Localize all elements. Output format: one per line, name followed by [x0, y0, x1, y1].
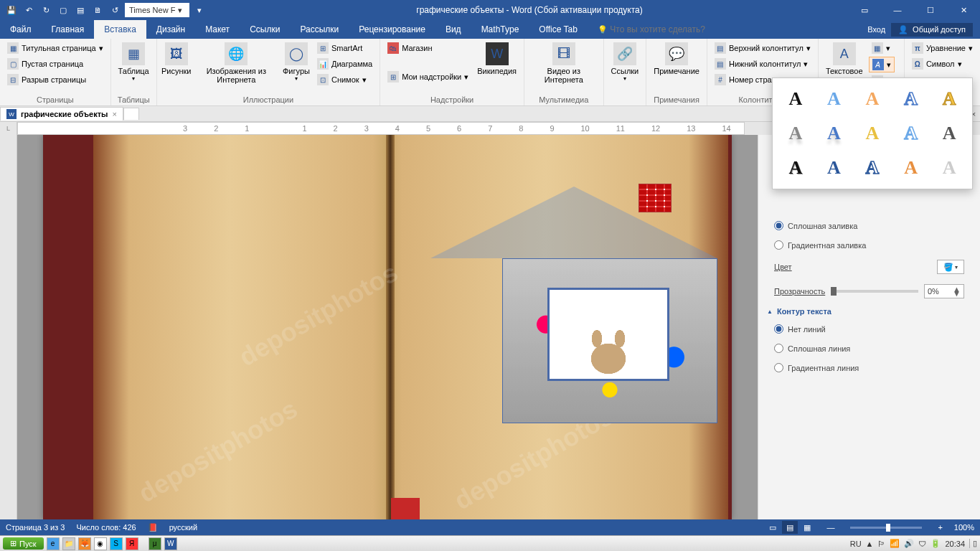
zoom-slider-thumb[interactable] [886, 524, 890, 532]
wordart-style-11[interactable]: А [780, 154, 811, 182]
tab-home[interactable]: Главная [42, 20, 95, 39]
wordart-style-6[interactable]: А [780, 120, 811, 147]
tab-insert[interactable]: Вставка [94, 20, 146, 39]
wordart-style-8[interactable]: А [857, 120, 888, 147]
web-layout-icon[interactable]: ▦ [799, 521, 815, 534]
tray-lang[interactable]: RU [850, 540, 862, 548]
minimize-icon[interactable]: — [881, 0, 914, 20]
equation-button[interactable]: πУравнение ▾ [909, 41, 976, 55]
zoom-in-icon[interactable]: + [938, 523, 942, 532]
tray-network-icon[interactable]: 📶 [890, 539, 900, 548]
taskbar-ie-icon[interactable]: e [47, 537, 60, 550]
tray-flag-icon[interactable]: 🏳 [877, 540, 885, 548]
ribbon-options-icon[interactable]: ▭ [848, 0, 881, 20]
wordart-style-9[interactable]: А [895, 120, 927, 147]
wikipedia-button[interactable]: WВикипедия [474, 41, 519, 77]
print-preview-icon[interactable]: 🗎 [90, 3, 105, 17]
close-icon[interactable]: ✕ [947, 0, 980, 20]
wordart-style-10[interactable]: А [933, 120, 965, 147]
comment-button[interactable]: 💬Примечание [651, 41, 702, 77]
symbol-button[interactable]: ΩСимвол ▾ [909, 57, 976, 71]
taskbar-chrome-icon[interactable]: ◉ [94, 537, 107, 550]
wordart-style-2[interactable]: А [819, 85, 850, 113]
word-count[interactable]: Число слов: 426 [76, 523, 136, 532]
radio-solid-fill[interactable] [774, 221, 783, 230]
tell-me-input[interactable] [610, 24, 739, 34]
taskbar-skype-icon[interactable]: S [110, 537, 123, 550]
screenshot-button[interactable]: ⊡Снимок ▾ [314, 72, 375, 87]
save-icon[interactable]: 💾 [4, 3, 19, 17]
pictures-button[interactable]: 🖼Рисунки [161, 41, 192, 77]
outline-section-header[interactable]: ▲ Контур текста [767, 307, 971, 316]
table-button[interactable]: ▦Таблица▾ [116, 41, 152, 83]
doc-tab-close-icon[interactable]: × [113, 110, 117, 118]
print-layout-icon[interactable]: ▤ [782, 521, 798, 534]
wordart-button[interactable]: A▾ [869, 57, 895, 72]
tab-design[interactable]: Дизайн [146, 20, 195, 39]
signin-link[interactable]: Вход [867, 25, 885, 34]
color-picker-button[interactable]: 🪣▾ [937, 260, 964, 274]
undo-icon[interactable]: ↶ [22, 3, 36, 17]
page-break-button[interactable]: ⊟Разрыв страницы [4, 72, 106, 87]
online-video-button[interactable]: 🎞Видео из Интернета [529, 41, 599, 85]
shapes-button[interactable]: ◯Фигуры▾ [281, 41, 311, 83]
footer-button[interactable]: ▤Нижний колонтитул ▾ [712, 57, 814, 71]
font-picker[interactable]: Times New F ▾ [125, 3, 189, 17]
language-status[interactable]: русский [169, 523, 197, 532]
wordart-style-7[interactable]: А [819, 120, 850, 147]
textbox-button[interactable]: AТекстовое [823, 41, 866, 77]
wordart-style-13[interactable]: А [857, 154, 888, 182]
chart-button[interactable]: 📊Диаграмма [314, 57, 375, 71]
solid-line-radio[interactable]: Сплошная линия [767, 342, 971, 354]
show-desktop-button[interactable]: ▯ [969, 539, 977, 548]
start-button[interactable]: ⊞ Пуск [3, 537, 44, 550]
tab-view[interactable]: Вид [435, 20, 471, 39]
zoom-slider[interactable] [850, 527, 922, 529]
tab-mathtype[interactable]: MathType [471, 20, 529, 39]
zoom-out-icon[interactable]: — [826, 523, 834, 532]
taskbar-yandex-icon[interactable]: Я [126, 537, 138, 550]
tray-battery-icon[interactable]: 🔋 [930, 539, 941, 548]
tray-up-icon[interactable]: ▲ [866, 540, 874, 548]
doc-tab-active[interactable]: W графические объекты × [0, 107, 123, 121]
header-button[interactable]: ▤Верхний колонтитул ▾ [712, 41, 814, 55]
new-doc-icon[interactable]: ▢ [56, 3, 70, 17]
taskbar-firefox-icon[interactable]: 🦊 [78, 537, 91, 550]
wordart-style-12[interactable]: А [819, 154, 850, 182]
tab-officetab[interactable]: Office Tab [529, 20, 588, 39]
gradient-fill-radio[interactable]: Градиентная заливка [767, 239, 971, 251]
qat-more-icon[interactable]: ▾ [192, 3, 207, 17]
taskbar-explorer-icon[interactable]: 📁 [62, 537, 75, 550]
solid-fill-radio[interactable]: Сплошная заливка [767, 220, 971, 232]
taskbar-utorrent-icon[interactable]: μ [149, 537, 161, 550]
radio-no-line[interactable] [774, 324, 783, 334]
maximize-icon[interactable]: ☐ [914, 0, 947, 20]
taskbar-word-icon[interactable]: W [164, 537, 177, 550]
tray-shield-icon[interactable]: 🛡 [918, 540, 926, 548]
wordart-style-14[interactable]: А [895, 154, 927, 182]
radio-gradient-fill[interactable] [774, 240, 783, 250]
links-button[interactable]: 🔗Ссылки▾ [608, 41, 642, 83]
transparency-spinner[interactable]: 0% ▲▼ [924, 284, 964, 298]
house-drawing[interactable] [430, 187, 717, 258]
transparency-slider[interactable] [831, 290, 918, 293]
cover-page-button[interactable]: ▦Титульная страница ▾ [4, 41, 106, 55]
smartart-button[interactable]: ⊞SmartArt [314, 41, 375, 55]
tray-clock[interactable]: 20:34 [945, 540, 965, 548]
vertical-ruler[interactable] [0, 135, 17, 519]
zoom-level[interactable]: 100% [954, 523, 974, 532]
document-viewport[interactable]: depositphotos depositphotos depositphoto… [17, 135, 758, 519]
wordart-style-5[interactable]: А [933, 85, 965, 113]
wordart-style-4[interactable]: А [895, 85, 927, 113]
page-info[interactable]: Страница 3 из 3 [6, 523, 65, 532]
tray-volume-icon[interactable]: 🔊 [904, 539, 914, 548]
blank-page-button[interactable]: ▢Пустая страница [4, 57, 106, 71]
gradient-line-radio[interactable]: Градиентная линия [767, 362, 971, 374]
quick-parts-button[interactable]: ▦▾ [869, 41, 895, 55]
tab-review[interactable]: Рецензирование [349, 20, 435, 39]
spinner-down-icon[interactable]: ▼ [953, 291, 961, 296]
online-pictures-button[interactable]: 🌐Изображения из Интернета [194, 41, 278, 85]
tab-layout[interactable]: Макет [195, 20, 240, 39]
tab-mailings[interactable]: Рассылки [290, 20, 349, 39]
radio-gradient-line[interactable] [774, 363, 783, 372]
